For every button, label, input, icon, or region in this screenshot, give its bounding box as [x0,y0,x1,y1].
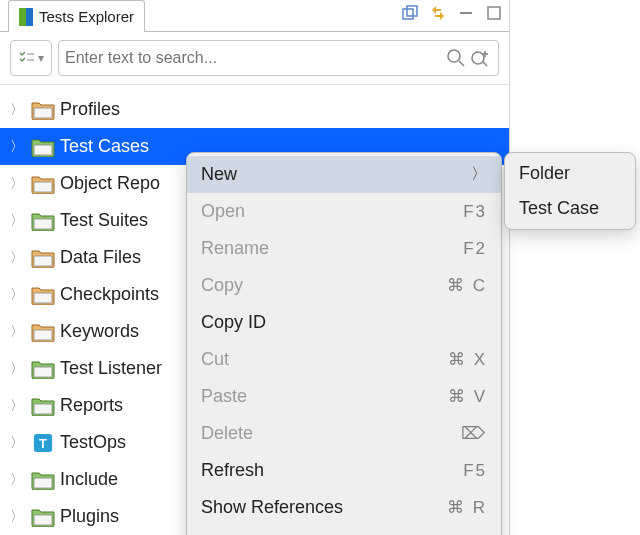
menu-shortcut: F3 [463,202,487,222]
link-with-editor-icon[interactable] [429,4,447,22]
chevron-down-icon: ▾ [38,51,44,65]
menu-item-paste: Paste⌘ V [187,378,501,415]
menu-item-label: Test Case [519,198,599,219]
tree-item-label: Keywords [60,321,139,342]
menu-item-label: Cut [201,349,229,370]
svg-rect-2 [460,12,472,14]
search-input[interactable] [65,49,444,67]
svg-rect-3 [488,7,500,19]
menu-item-label: Copy [201,275,243,296]
folder-icon [30,246,56,270]
menu-shortcut: F5 [463,461,487,481]
chevron-right-icon: 〉 [10,360,30,378]
folder-icon [30,320,56,344]
minimize-icon[interactable] [457,4,475,22]
tree-item-label: TestOps [60,432,126,453]
folder-icon [30,135,56,159]
menu-item-label: Show References [201,497,343,518]
filter-dropdown[interactable]: ▾ [10,40,52,76]
menu-shortcut: ⌘ X [448,349,487,370]
svg-line-9 [483,62,487,66]
menu-item-refresh[interactable]: RefreshF5 [187,452,501,489]
folder-icon [30,468,56,492]
search-icon[interactable] [444,46,468,70]
menu-item-label: Delete [201,423,253,444]
folder-icon [30,431,56,455]
tab-label: Tests Explorer [39,8,134,25]
editor-area [510,0,640,535]
maximize-icon[interactable] [485,4,503,22]
menu-item-label: Folder [519,163,570,184]
context-menu: New〉OpenF3RenameF2Copy⌘ CCopy IDCut⌘ XPa… [186,152,502,535]
tree-item-label: Include [60,469,118,490]
context-submenu-new: FolderTest Case [504,152,636,230]
menu-item-label: New [201,164,237,185]
submenu-item-test-case[interactable]: Test Case [505,191,635,226]
menu-shortcut: F2 [463,239,487,259]
chevron-right-icon: 〉 [10,397,30,415]
search-row: ▾ [0,32,509,85]
chevron-right-icon: 〉 [10,471,30,489]
tree-item-label: Test Listener [60,358,162,379]
folder-icon [30,505,56,529]
folder-icon [30,283,56,307]
tree-item-label: Test Suites [60,210,148,231]
menu-shortcut: ⌘ R [447,497,487,518]
svg-point-6 [448,50,460,62]
tree-item-label: Test Cases [60,136,149,157]
menu-item-label: Copy ID [201,312,266,333]
svg-rect-0 [403,9,413,19]
chevron-right-icon: 〉 [10,138,30,156]
tree-item-label: Checkpoints [60,284,159,305]
menu-item-new[interactable]: New〉 [187,156,501,193]
header-toolbar [401,4,503,22]
chevron-right-icon: 〉 [471,164,487,185]
menu-item-copy-id[interactable]: Copy ID [187,304,501,341]
checklist-icon [19,51,35,65]
folder-icon [30,394,56,418]
menu-shortcut: ⌘ C [447,275,487,296]
chevron-right-icon: 〉 [10,286,30,304]
svg-line-7 [459,61,464,66]
menu-shortcut: ⌦ [461,423,487,444]
chevron-right-icon: 〉 [10,101,30,119]
tree-item-label: Data Files [60,247,141,268]
tree-item-label: Object Repo [60,173,160,194]
tree-item-profiles[interactable]: 〉Profiles [0,91,509,128]
chevron-right-icon: 〉 [10,249,30,267]
search-box [58,40,499,76]
chevron-right-icon: 〉 [10,323,30,341]
chevron-right-icon: 〉 [10,175,30,193]
folder-icon [30,172,56,196]
chevron-right-icon: 〉 [10,212,30,230]
chevron-right-icon: 〉 [10,508,30,526]
tree-item-label: Plugins [60,506,119,527]
menu-item-delete: Delete⌦ [187,415,501,452]
folder-icon [30,209,56,233]
menu-item-open: OpenF3 [187,193,501,230]
tree-item-label: Reports [60,395,123,416]
chevron-right-icon: 〉 [10,434,30,452]
svg-rect-1 [407,6,417,16]
submenu-item-folder[interactable]: Folder [505,156,635,191]
menu-item-cut: Cut⌘ X [187,341,501,378]
folder-icon [30,357,56,381]
collapse-all-icon[interactable] [401,4,419,22]
katalon-logo-icon [19,8,33,26]
menu-item-label: Paste [201,386,247,407]
panel-header: Tests Explorer [0,0,509,32]
menu-shortcut: ⌘ V [448,386,487,407]
menu-item-open-containing-folder[interactable]: Open containing folder [187,526,501,535]
menu-item-label: Rename [201,238,269,259]
tree-item-label: Profiles [60,99,120,120]
menu-item-rename: RenameF2 [187,230,501,267]
menu-item-label: Refresh [201,460,264,481]
tab-tests-explorer[interactable]: Tests Explorer [8,0,145,32]
search-advanced-icon[interactable] [468,46,492,70]
folder-icon [30,98,56,122]
menu-item-show-references[interactable]: Show References⌘ R [187,489,501,526]
menu-item-label: Open [201,201,245,222]
menu-item-copy: Copy⌘ C [187,267,501,304]
